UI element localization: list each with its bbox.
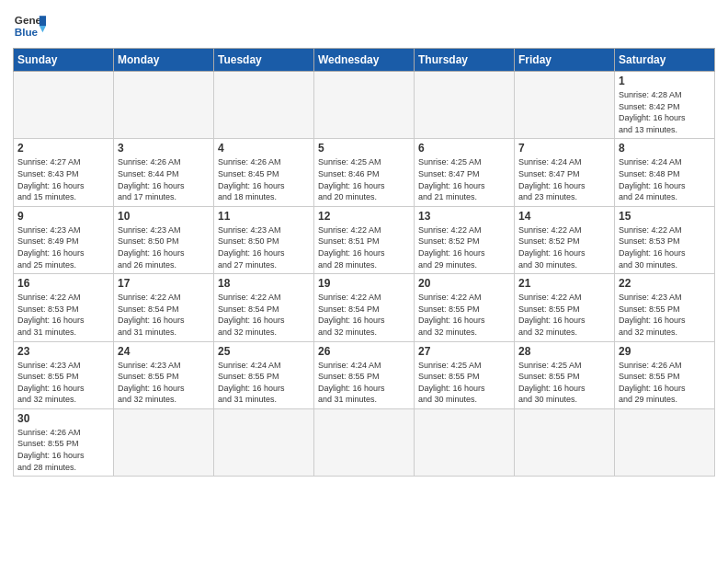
day-info: Sunrise: 4:25 AM Sunset: 8:46 PM Dayligh… (318, 156, 410, 202)
day-number: 19 (318, 277, 410, 290)
day-info: Sunrise: 4:23 AM Sunset: 8:50 PM Dayligh… (218, 224, 310, 270)
day-number: 4 (218, 142, 310, 155)
calendar-cell (515, 408, 615, 476)
calendar-cell: 27Sunrise: 4:25 AM Sunset: 8:55 PM Dayli… (415, 341, 515, 408)
day-number: 20 (418, 277, 510, 290)
day-number: 12 (318, 210, 410, 223)
day-number: 1 (619, 75, 711, 87)
calendar-cell: 20Sunrise: 4:22 AM Sunset: 8:55 PM Dayli… (415, 274, 515, 341)
calendar-cell: 8Sunrise: 4:24 AM Sunset: 8:48 PM Daylig… (615, 139, 715, 206)
calendar-cell: 29Sunrise: 4:26 AM Sunset: 8:55 PM Dayli… (615, 341, 715, 408)
calendar-cell: 16Sunrise: 4:22 AM Sunset: 8:53 PM Dayli… (14, 274, 114, 341)
day-number: 3 (118, 142, 210, 155)
page: General Blue SundayMondayTuesdayWednesda… (0, 0, 728, 486)
day-number: 15 (619, 210, 711, 223)
header: General Blue (13, 9, 715, 42)
day-number: 29 (619, 345, 711, 358)
calendar-cell (114, 72, 214, 139)
calendar-week-row: 1Sunrise: 4:28 AM Sunset: 8:42 PM Daylig… (14, 72, 715, 139)
day-number: 5 (318, 142, 410, 155)
calendar-cell: 15Sunrise: 4:22 AM Sunset: 8:53 PM Dayli… (615, 206, 715, 273)
svg-marker-2 (40, 16, 46, 26)
calendar-header-sunday: Sunday (14, 49, 114, 72)
day-info: Sunrise: 4:22 AM Sunset: 8:51 PM Dayligh… (318, 224, 410, 270)
day-number: 21 (518, 277, 610, 290)
day-number: 7 (518, 142, 610, 155)
day-info: Sunrise: 4:24 AM Sunset: 8:47 PM Dayligh… (518, 156, 610, 202)
calendar-cell: 26Sunrise: 4:24 AM Sunset: 8:55 PM Dayli… (314, 341, 415, 408)
day-number: 27 (418, 345, 510, 358)
day-number: 11 (218, 210, 310, 223)
day-info: Sunrise: 4:22 AM Sunset: 8:54 PM Dayligh… (118, 292, 210, 338)
day-number: 9 (17, 210, 109, 223)
day-number: 28 (518, 345, 610, 358)
calendar-cell: 3Sunrise: 4:26 AM Sunset: 8:44 PM Daylig… (114, 139, 214, 206)
day-info: Sunrise: 4:24 AM Sunset: 8:48 PM Dayligh… (619, 156, 711, 202)
calendar-cell: 7Sunrise: 4:24 AM Sunset: 8:47 PM Daylig… (515, 139, 615, 206)
day-info: Sunrise: 4:27 AM Sunset: 8:43 PM Dayligh… (17, 156, 109, 202)
calendar-cell: 17Sunrise: 4:22 AM Sunset: 8:54 PM Dayli… (114, 274, 214, 341)
calendar-cell: 11Sunrise: 4:23 AM Sunset: 8:50 PM Dayli… (214, 206, 314, 273)
calendar-week-row: 23Sunrise: 4:23 AM Sunset: 8:55 PM Dayli… (14, 341, 715, 408)
day-number: 30 (17, 412, 109, 425)
calendar-header-wednesday: Wednesday (314, 49, 415, 72)
calendar-cell (114, 408, 214, 476)
calendar-cell: 19Sunrise: 4:22 AM Sunset: 8:54 PM Dayli… (314, 274, 415, 341)
calendar-cell: 30Sunrise: 4:26 AM Sunset: 8:55 PM Dayli… (14, 408, 114, 476)
day-info: Sunrise: 4:25 AM Sunset: 8:55 PM Dayligh… (518, 360, 610, 406)
calendar-cell: 24Sunrise: 4:23 AM Sunset: 8:55 PM Dayli… (114, 341, 214, 408)
calendar-cell (415, 408, 515, 476)
calendar-cell: 22Sunrise: 4:23 AM Sunset: 8:55 PM Dayli… (615, 274, 715, 341)
calendar-week-row: 30Sunrise: 4:26 AM Sunset: 8:55 PM Dayli… (14, 408, 715, 476)
day-info: Sunrise: 4:25 AM Sunset: 8:55 PM Dayligh… (418, 360, 510, 406)
day-info: Sunrise: 4:25 AM Sunset: 8:47 PM Dayligh… (418, 156, 510, 202)
day-number: 6 (418, 142, 510, 155)
calendar-week-row: 9Sunrise: 4:23 AM Sunset: 8:49 PM Daylig… (14, 206, 715, 273)
calendar-header-saturday: Saturday (615, 49, 715, 72)
calendar-cell: 28Sunrise: 4:25 AM Sunset: 8:55 PM Dayli… (515, 341, 615, 408)
calendar-header-row: SundayMondayTuesdayWednesdayThursdayFrid… (14, 49, 715, 72)
calendar-cell (14, 72, 114, 139)
day-info: Sunrise: 4:22 AM Sunset: 8:52 PM Dayligh… (418, 224, 510, 270)
day-info: Sunrise: 4:23 AM Sunset: 8:55 PM Dayligh… (17, 360, 109, 406)
svg-marker-3 (40, 26, 46, 32)
calendar-cell: 25Sunrise: 4:24 AM Sunset: 8:55 PM Dayli… (214, 341, 314, 408)
day-info: Sunrise: 4:24 AM Sunset: 8:55 PM Dayligh… (318, 360, 410, 406)
calendar-table: SundayMondayTuesdayWednesdayThursdayFrid… (13, 48, 715, 477)
calendar-week-row: 16Sunrise: 4:22 AM Sunset: 8:53 PM Dayli… (14, 274, 715, 341)
day-number: 25 (218, 345, 310, 358)
calendar-header-thursday: Thursday (415, 49, 515, 72)
day-info: Sunrise: 4:22 AM Sunset: 8:54 PM Dayligh… (318, 292, 410, 338)
calendar-cell: 23Sunrise: 4:23 AM Sunset: 8:55 PM Dayli… (14, 341, 114, 408)
calendar-cell (615, 408, 715, 476)
calendar-cell: 10Sunrise: 4:23 AM Sunset: 8:50 PM Dayli… (114, 206, 214, 273)
day-info: Sunrise: 4:28 AM Sunset: 8:42 PM Dayligh… (619, 89, 711, 135)
day-info: Sunrise: 4:23 AM Sunset: 8:50 PM Dayligh… (118, 224, 210, 270)
day-number: 10 (118, 210, 210, 223)
day-number: 13 (418, 210, 510, 223)
calendar-week-row: 2Sunrise: 4:27 AM Sunset: 8:43 PM Daylig… (14, 139, 715, 206)
calendar-cell (214, 72, 314, 139)
calendar-cell: 5Sunrise: 4:25 AM Sunset: 8:46 PM Daylig… (314, 139, 415, 206)
calendar-header-tuesday: Tuesday (214, 49, 314, 72)
day-number: 14 (518, 210, 610, 223)
day-info: Sunrise: 4:22 AM Sunset: 8:52 PM Dayligh… (518, 224, 610, 270)
calendar-cell: 12Sunrise: 4:22 AM Sunset: 8:51 PM Dayli… (314, 206, 415, 273)
calendar-cell: 1Sunrise: 4:28 AM Sunset: 8:42 PM Daylig… (615, 72, 715, 139)
calendar-cell (314, 408, 415, 476)
day-number: 8 (619, 142, 711, 155)
day-number: 23 (17, 345, 109, 358)
day-number: 26 (318, 345, 410, 358)
day-info: Sunrise: 4:23 AM Sunset: 8:49 PM Dayligh… (17, 224, 109, 270)
calendar-cell (214, 408, 314, 476)
day-number: 18 (218, 277, 310, 290)
calendar-cell: 13Sunrise: 4:22 AM Sunset: 8:52 PM Dayli… (415, 206, 515, 273)
calendar-cell: 9Sunrise: 4:23 AM Sunset: 8:49 PM Daylig… (14, 206, 114, 273)
day-number: 17 (118, 277, 210, 290)
day-info: Sunrise: 4:26 AM Sunset: 8:55 PM Dayligh… (17, 427, 109, 473)
calendar-cell (314, 72, 415, 139)
logo: General Blue (13, 9, 46, 42)
calendar-header-monday: Monday (114, 49, 214, 72)
svg-text:Blue: Blue (15, 26, 39, 38)
day-number: 24 (118, 345, 210, 358)
